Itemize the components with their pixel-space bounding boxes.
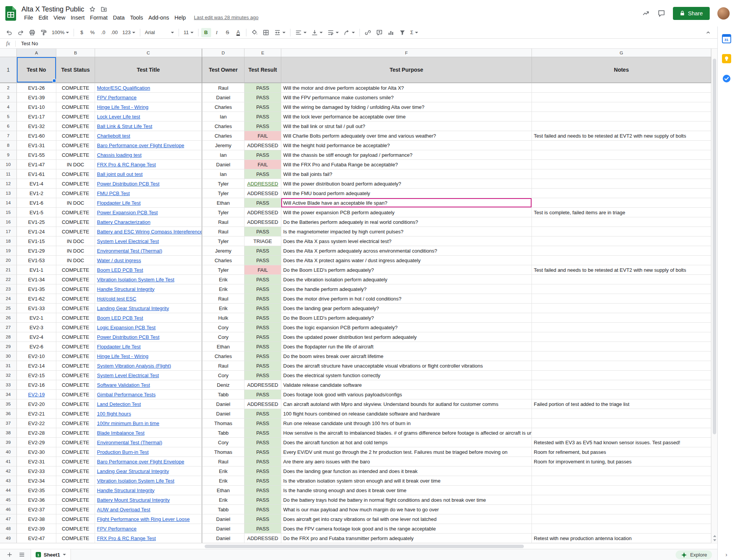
cell-test-no[interactable]: EV1-61: [17, 169, 56, 179]
cell-test-purpose[interactable]: Can aircraft autoland with Mpro and skyv…: [281, 399, 532, 409]
cell-test-title[interactable]: Handle Structural Integrity: [95, 486, 202, 495]
cell-test-no[interactable]: EV2-20: [17, 399, 56, 409]
cell-notes[interactable]: [532, 486, 711, 495]
horizontal-scrollbar-thumb[interactable]: [205, 545, 524, 548]
cell-test-no[interactable]: EV1-6: [17, 198, 56, 208]
cell-test-result[interactable]: PASS: [244, 256, 281, 265]
cell-test-status[interactable]: COMPLETE: [56, 284, 95, 294]
cell-test-result[interactable]: PASS: [244, 198, 281, 208]
cell-notes[interactable]: Test is complete, failed items are in tr…: [532, 208, 711, 217]
cell-test-title[interactable]: Motor/ESC Qualification: [95, 83, 202, 93]
cell-test-title[interactable]: Baro Performance over Flight Envelope: [95, 141, 202, 150]
cell-test-no[interactable]: EV2-19: [17, 390, 56, 399]
cell-test-purpose[interactable]: Does the flopdapter run the life of airc…: [281, 342, 532, 351]
select-all-corner[interactable]: [0, 49, 17, 57]
cell-test-result[interactable]: PASS: [244, 409, 281, 419]
cell-notes[interactable]: [532, 275, 711, 284]
cell-test-owner[interactable]: Ethan: [202, 342, 244, 351]
cell-test-result[interactable]: PASS: [244, 390, 281, 399]
cell-test-no[interactable]: EV2-14: [17, 361, 56, 371]
cell-notes[interactable]: [532, 514, 711, 524]
cell-test-status[interactable]: COMPLETE: [56, 361, 95, 371]
cell-test-purpose[interactable]: Will the height hold performance be acce…: [281, 141, 532, 150]
cell-test-no[interactable]: EV1-29: [17, 246, 56, 256]
cell-notes[interactable]: [532, 380, 711, 390]
cell-test-status[interactable]: COMPLETE: [56, 380, 95, 390]
cell-test-owner[interactable]: Daniel: [202, 514, 244, 524]
header-cell-test-owner[interactable]: Test Owner: [202, 57, 244, 83]
cell-test-owner[interactable]: Daniel: [202, 160, 244, 169]
cell-notes[interactable]: [532, 476, 711, 486]
cell-notes[interactable]: [532, 217, 711, 227]
cell-test-result[interactable]: PASS: [244, 514, 281, 524]
cell-test-status[interactable]: COMPLETE: [56, 189, 95, 198]
share-button[interactable]: Share: [673, 7, 710, 20]
cell-test-no[interactable]: EV2-31: [17, 457, 56, 466]
cell-test-status[interactable]: COMPLETE: [56, 131, 95, 141]
row-number[interactable]: 5: [0, 112, 17, 122]
cell-notes[interactable]: [532, 179, 711, 189]
cell-test-status[interactable]: COMPLETE: [56, 466, 95, 476]
cell-test-result[interactable]: PASS: [244, 495, 281, 505]
cell-test-status[interactable]: COMPLETE: [56, 486, 95, 495]
cell-test-title[interactable]: Battery and ESC Wiring Compass Interefer…: [95, 227, 202, 236]
cell-test-title[interactable]: System Level Electrical Test: [95, 236, 202, 246]
cell-test-owner[interactable]: Raul: [202, 361, 244, 371]
cell-test-status[interactable]: COMPLETE: [56, 428, 95, 438]
cell-test-result[interactable]: PASS: [244, 169, 281, 179]
cell-test-result[interactable]: PASS: [244, 284, 281, 294]
cell-notes[interactable]: [532, 141, 711, 150]
calendar-icon[interactable]: 31: [722, 34, 731, 43]
cell-test-no[interactable]: EV2-22: [17, 419, 56, 428]
column-header-c[interactable]: C: [95, 49, 202, 57]
insert-chart-button[interactable]: [386, 28, 396, 37]
cell-test-result[interactable]: PASS: [244, 419, 281, 428]
cell-test-title[interactable]: Flight Performance with Ring Lever Loose: [95, 514, 202, 524]
cell-test-purpose[interactable]: Does the handle perform adequately?: [281, 284, 532, 294]
cell-test-status[interactable]: COMPLETE: [56, 217, 95, 227]
column-header-g[interactable]: G: [532, 49, 711, 57]
cell-notes[interactable]: [532, 371, 711, 380]
row-number[interactable]: 32: [0, 371, 17, 380]
row-number[interactable]: 48: [0, 524, 17, 534]
row-number[interactable]: 2: [0, 83, 17, 93]
cell-test-result[interactable]: PASS: [244, 112, 281, 122]
header-cell-test-status[interactable]: Test Status: [56, 57, 95, 83]
cell-test-status[interactable]: COMPLETE: [56, 304, 95, 313]
cell-test-no[interactable]: EV2-47: [17, 534, 56, 543]
cell-test-no[interactable]: EV1-32: [17, 122, 56, 131]
row-number[interactable]: 21: [0, 265, 17, 275]
cell-test-owner[interactable]: Erik: [202, 466, 244, 476]
cell-test-owner[interactable]: Erik: [202, 275, 244, 284]
cell-notes[interactable]: Room for refinement, but passes: [532, 447, 711, 457]
vertical-scrollbar-thumb[interactable]: [713, 59, 716, 434]
cell-test-no[interactable]: EV2-28: [17, 428, 56, 438]
menu-file[interactable]: File: [21, 14, 36, 21]
scroll-down-icon[interactable]: [713, 539, 716, 541]
cell-test-purpose[interactable]: Does the logic expansion PCB perform ade…: [281, 323, 532, 332]
cell-test-title[interactable]: Baro Performance over Flight Envelope: [95, 457, 202, 466]
cell-test-no[interactable]: EV1-26: [17, 83, 56, 93]
cell-test-no[interactable]: EV2-10: [17, 351, 56, 361]
cell-test-no[interactable]: EV1-55: [17, 150, 56, 160]
cell-notes[interactable]: [532, 323, 711, 332]
cell-test-no[interactable]: EV2-36: [17, 495, 56, 505]
cell-test-result[interactable]: ADDRESSED: [244, 217, 281, 227]
menu-help[interactable]: Help: [172, 14, 189, 21]
cell-test-purpose[interactable]: Does aircraft get into crazy vibrations …: [281, 514, 532, 524]
cell-test-purpose[interactable]: What is our max payload and how much mar…: [281, 505, 532, 514]
cell-test-title[interactable]: Boom LED PCB Test: [95, 313, 202, 323]
cell-test-owner[interactable]: Tyler: [202, 265, 244, 275]
cell-test-no[interactable]: EV2-15: [17, 371, 56, 380]
cell-test-purpose[interactable]: Does the Alta X perform adequately acros…: [281, 246, 532, 256]
explore-button[interactable]: Explore: [676, 550, 712, 559]
cell-test-status[interactable]: COMPLETE: [56, 342, 95, 351]
cell-test-owner[interactable]: Thomas: [202, 419, 244, 428]
cell-test-purpose[interactable]: Does the vibration isolation perform ade…: [281, 275, 532, 284]
cell-test-purpose[interactable]: Does the motor drive perform in hot / co…: [281, 294, 532, 304]
cell-test-title[interactable]: Battery Characterization: [95, 217, 202, 227]
cell-test-result[interactable]: PASS: [244, 505, 281, 514]
collapse-panel-icon[interactable]: ›: [725, 551, 727, 558]
cell-test-status[interactable]: COMPLETE: [56, 524, 95, 534]
cell-test-status[interactable]: IN DOC: [56, 236, 95, 246]
